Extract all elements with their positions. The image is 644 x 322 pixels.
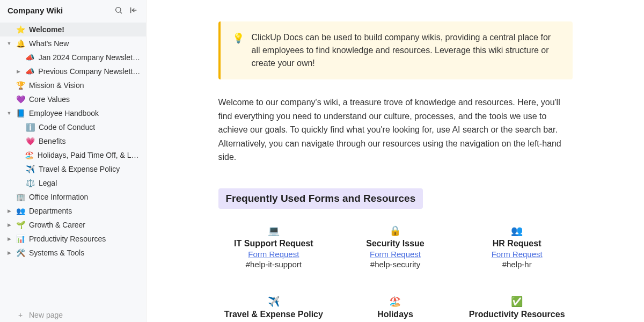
card-icon: 👥 [462,225,573,237]
plus-icon: + [16,311,25,319]
resource-card: 💻IT Support RequestForm Request#help-it-… [218,225,330,269]
nav-item-label: Mission & Vision [29,81,84,90]
card-title: HR Request [462,239,573,248]
nav-item-icon: 🏖️ [25,151,34,159]
card-link[interactable]: Form Request [218,250,330,259]
card-link[interactable]: Form Request [462,250,573,259]
nav-item-icon: 💗 [25,137,35,145]
nav-item-label: Productivity Resources [29,235,106,243]
nav-item[interactable]: ▶🛠️Systems & Tools [0,246,146,260]
card-sub: #help-hr [462,260,573,269]
card-icon: ✅ [462,296,573,308]
nav-item-icon: 🏢 [16,193,25,201]
card-link[interactable]: Form Request [340,250,451,259]
chevron-icon[interactable]: ▶ [6,208,12,214]
nav-item-label: What's New [29,39,69,48]
resource-card: ✅Productivity ResourcesLink [462,296,573,322]
card-sub: #help-it-support [218,260,330,269]
nav-item[interactable]: ▼📘Employee Handbook [0,106,146,120]
nav-item[interactable]: 🏢Office Information [0,190,146,204]
svg-point-0 [116,8,121,12]
intro-paragraph: Welcome to our company's wiki, a treasur… [218,96,573,164]
nav-item[interactable]: 💗Benefits [0,134,146,148]
nav-item-label: Travel & Expense Policy [39,165,120,173]
resource-card: ✈️Travel & Expense PolicyLink [218,296,330,322]
nav-item-label: Departments [29,207,72,215]
nav-item-label: Systems & Tools [29,248,84,257]
nav-item-icon: 👥 [16,207,25,215]
nav-item[interactable]: ✈️Travel & Expense Policy [0,162,146,176]
nav-item-icon: 📣 [25,67,35,76]
card-icon: ✈️ [218,296,330,308]
nav-item-icon: 📊 [16,235,25,243]
resource-card: 🔒Security IssueForm Request#help-securit… [340,225,451,269]
nav-item-label: Core Values [29,95,70,104]
nav-item[interactable]: 📣Jan 2024 Company Newsletter [0,50,146,64]
chevron-icon[interactable]: ▶ [16,69,21,74]
nav-item-label: Legal [39,179,57,187]
nav-tree: ⭐Welcome!▼🔔What's New📣Jan 2024 Company N… [0,20,146,308]
nav-item-icon: 🏆 [16,81,25,90]
new-page-label: New page [29,311,63,319]
nav-item[interactable]: ▶🌱Growth & Career [0,218,146,232]
nav-item-label: Previous Company Newsletters [38,67,141,76]
resource-card: 👥HR RequestForm Request#help-hr [462,225,573,269]
nav-item[interactable]: 💜Core Values [0,92,146,106]
nav-item-label: Jan 2024 Company Newsletter [39,53,141,62]
nav-item-icon: 📘 [16,109,25,118]
nav-item[interactable]: ▶📣Previous Company Newsletters [0,64,146,78]
callout-text: ClickUp Docs can be used to build compan… [252,31,561,70]
nav-item[interactable]: ⚖️Legal [0,176,146,190]
card-title: IT Support Request [218,239,330,248]
nav-item[interactable]: ℹ️Code of Conduct [0,120,146,134]
chevron-icon[interactable]: ▼ [6,111,12,116]
nav-item[interactable]: 🏖️Holidays, Paid Time Off, & Leave… [0,148,146,162]
card-icon: 🏖️ [340,296,451,308]
lightbulb-icon: 💡 [232,31,244,70]
nav-item-icon: 💜 [16,95,25,104]
card-sub: #help-security [340,260,451,269]
card-title: Security Issue [340,239,451,248]
nav-item-icon: ℹ️ [25,123,35,131]
new-page-button[interactable]: + New page [0,308,146,322]
sidebar-header-actions [114,5,138,15]
sidebar-title: Company Wiki [8,6,63,15]
nav-item-icon: ⚖️ [25,179,35,187]
resource-card: 🏖️HolidaysLink [340,296,451,322]
nav-item-label: Code of Conduct [39,123,95,131]
nav-item[interactable]: ⭐Welcome! [0,23,146,36]
nav-item-label: Benefits [39,137,66,145]
main-content: 💡 ClickUp Docs can be used to build comp… [147,0,644,322]
chevron-icon[interactable]: ▶ [6,250,12,255]
sidebar: Company Wiki ⭐Welcome!▼🔔What's New📣Jan 2… [0,0,147,322]
nav-item-label: Employee Handbook [29,109,99,118]
nav-item-label: Growth & Career [29,221,85,229]
nav-item-label: Holidays, Paid Time Off, & Leave… [38,151,141,159]
card-title: Holidays [340,310,451,319]
chevron-icon[interactable]: ▼ [6,41,12,46]
card-icon: 🔒 [340,225,451,237]
nav-item[interactable]: ▼🔔What's New [0,36,146,50]
chevron-icon[interactable]: ▶ [6,236,12,241]
nav-item-icon: ⭐ [16,25,25,34]
nav-item[interactable]: ▶📊Productivity Resources [0,232,146,246]
callout: 💡 ClickUp Docs can be used to build comp… [218,21,573,79]
nav-item[interactable]: 🏆Mission & Vision [0,78,146,92]
nav-item-label: Office Information [29,193,88,201]
cards-grid: 💻IT Support RequestForm Request#help-it-… [218,225,573,322]
card-icon: 💻 [218,225,330,237]
nav-item-icon: 🛠️ [16,248,25,257]
nav-item[interactable]: ▶👥Departments [0,204,146,218]
card-title: Productivity Resources [462,310,573,319]
collapse-sidebar-icon[interactable] [129,5,138,15]
sidebar-header: Company Wiki [0,0,146,20]
nav-item-icon: 🔔 [16,39,25,48]
nav-item-icon: ✈️ [25,165,35,173]
nav-item-icon: 📣 [25,53,35,62]
chevron-icon[interactable]: ▶ [6,222,12,228]
nav-item-icon: 🌱 [16,221,25,229]
card-title: Travel & Expense Policy [218,310,330,319]
section-heading: Frequently Used Forms and Resources [218,188,423,209]
svg-line-1 [120,12,122,13]
search-icon[interactable] [114,5,123,15]
